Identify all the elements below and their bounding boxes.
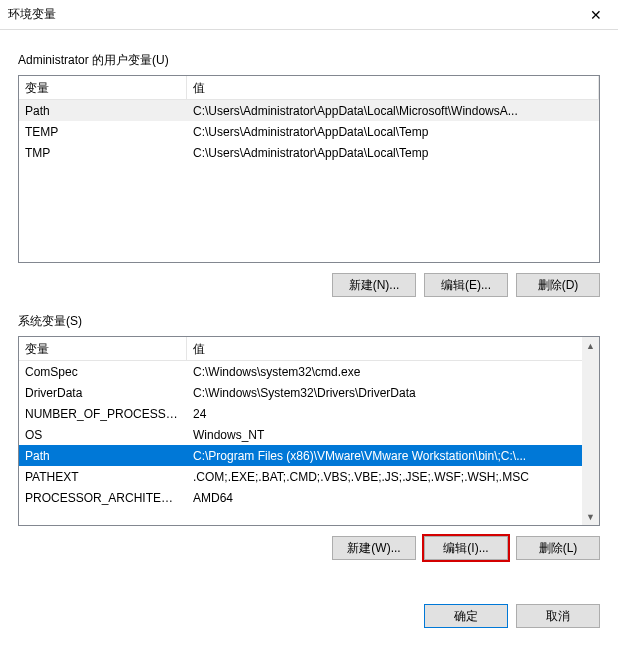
cancel-button[interactable]: 取消 [516,604,600,628]
var-name: DriverData [19,384,187,402]
table-row[interactable]: NUMBER_OF_PROCESSORS24 [19,403,599,424]
table-row[interactable]: PathC:\Program Files (x86)\VMware\VMware… [19,445,599,466]
var-value: C:\Windows\System32\Drivers\DriverData [187,384,599,402]
list-header: 变量 值 [19,76,599,100]
var-value: C:\Users\Administrator\AppData\Local\Tem… [187,123,599,141]
col-header-name[interactable]: 变量 [19,337,187,360]
var-name: ComSpec [19,363,187,381]
table-row[interactable]: TEMPC:\Users\Administrator\AppData\Local… [19,121,599,142]
scroll-up-icon[interactable]: ▲ [582,337,599,354]
var-value: 24 [187,405,599,423]
user-vars-section: Administrator 的用户变量(U) 变量 值 PathC:\Users… [18,52,600,297]
table-row[interactable]: OSWindows_NT [19,424,599,445]
var-value: C:\Users\Administrator\AppData\Local\Mic… [187,102,599,120]
var-name: NUMBER_OF_PROCESSORS [19,405,187,423]
var-value: Windows_NT [187,426,599,444]
col-header-name[interactable]: 变量 [19,76,187,99]
system-new-button[interactable]: 新建(W)... [332,536,416,560]
var-name: Path [19,447,187,465]
scrollbar[interactable]: ▲ ▼ [582,337,599,525]
var-name: OS [19,426,187,444]
var-name: TMP [19,144,187,162]
table-row[interactable]: ComSpecC:\Windows\system32\cmd.exe [19,361,599,382]
list-header: 变量 值 [19,337,599,361]
var-name: TEMP [19,123,187,141]
ok-button[interactable]: 确定 [424,604,508,628]
col-header-value[interactable]: 值 [187,76,599,99]
close-icon: ✕ [590,7,602,23]
col-header-value[interactable]: 值 [187,337,599,360]
close-button[interactable]: ✕ [573,0,618,29]
dialog-content: Administrator 的用户变量(U) 变量 值 PathC:\Users… [0,30,618,590]
table-row[interactable]: PROCESSOR_ARCHITECT...AMD64 [19,487,599,508]
system-vars-list[interactable]: 变量 值 ComSpecC:\Windows\system32\cmd.exeD… [18,336,600,526]
scroll-down-icon[interactable]: ▼ [582,508,599,525]
var-name: PATHEXT [19,468,187,486]
dialog-footer: 确定 取消 [0,590,618,640]
user-new-button[interactable]: 新建(N)... [332,273,416,297]
window-title: 环境变量 [8,6,56,23]
table-row[interactable]: TMPC:\Users\Administrator\AppData\Local\… [19,142,599,163]
table-row[interactable]: PathC:\Users\Administrator\AppData\Local… [19,100,599,121]
var-value: C:\Windows\system32\cmd.exe [187,363,599,381]
titlebar: 环境变量 ✕ [0,0,618,30]
var-value: .COM;.EXE;.BAT;.CMD;.VBS;.VBE;.JS;.JSE;.… [187,468,599,486]
var-name: Path [19,102,187,120]
system-delete-button[interactable]: 删除(L) [516,536,600,560]
system-vars-label: 系统变量(S) [18,313,600,330]
user-vars-rows: PathC:\Users\Administrator\AppData\Local… [19,100,599,163]
var-value: C:\Users\Administrator\AppData\Local\Tem… [187,144,599,162]
user-vars-label: Administrator 的用户变量(U) [18,52,600,69]
user-vars-buttons: 新建(N)... 编辑(E)... 删除(D) [18,273,600,297]
system-edit-button[interactable]: 编辑(I)... [424,536,508,560]
system-vars-section: 系统变量(S) 变量 值 ComSpecC:\Windows\system32\… [18,313,600,560]
table-row[interactable]: DriverDataC:\Windows\System32\Drivers\Dr… [19,382,599,403]
var-name: PROCESSOR_ARCHITECT... [19,489,187,507]
var-value: AMD64 [187,489,599,507]
user-vars-list[interactable]: 变量 值 PathC:\Users\Administrator\AppData\… [18,75,600,263]
system-vars-buttons: 新建(W)... 编辑(I)... 删除(L) [18,536,600,560]
var-value: C:\Program Files (x86)\VMware\VMware Wor… [187,447,599,465]
user-delete-button[interactable]: 删除(D) [516,273,600,297]
table-row[interactable]: PATHEXT.COM;.EXE;.BAT;.CMD;.VBS;.VBE;.JS… [19,466,599,487]
system-vars-rows: ComSpecC:\Windows\system32\cmd.exeDriver… [19,361,599,508]
user-edit-button[interactable]: 编辑(E)... [424,273,508,297]
